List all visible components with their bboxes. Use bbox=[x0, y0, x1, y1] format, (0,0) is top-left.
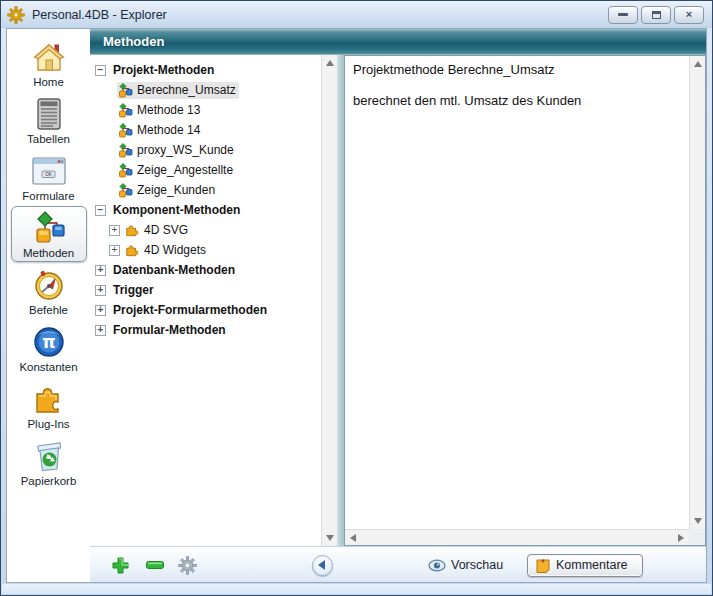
component-puzzle-icon bbox=[125, 243, 140, 258]
sidebar-item-tabellen[interactable]: Tabellen bbox=[11, 92, 87, 148]
tree-toggle-icon[interactable] bbox=[95, 265, 106, 276]
tree-group-label: Datenbank-Methoden bbox=[113, 263, 235, 277]
tree-scrollbar[interactable] bbox=[321, 55, 337, 546]
tree-group-row[interactable]: Komponent-Methoden bbox=[90, 200, 337, 220]
kommentare-label: Kommentare bbox=[556, 558, 628, 572]
component-puzzle-icon bbox=[125, 223, 140, 238]
tree-method-row[interactable]: proxy_WS_Kunde bbox=[90, 140, 337, 160]
preview-panel: Projektmethode Berechne_Umsatz berechnet… bbox=[344, 55, 706, 546]
compass-icon bbox=[33, 267, 65, 303]
tree-toggle-icon[interactable] bbox=[95, 305, 106, 316]
sidebar-item-label: Plug-Ins bbox=[27, 418, 69, 430]
method-icon bbox=[118, 103, 133, 118]
sidebar-item-label: Befehle bbox=[29, 304, 68, 316]
sidebar-item-papierkorb[interactable]: Papierkorb bbox=[11, 434, 87, 490]
flowchart-icon bbox=[31, 210, 67, 246]
tree-method-row[interactable]: Methode 13 bbox=[90, 100, 337, 120]
minimize-button[interactable] bbox=[608, 6, 638, 24]
tree-group-row[interactable]: Projekt-Formularmethoden bbox=[90, 300, 337, 320]
tree-toggle-icon[interactable] bbox=[109, 245, 120, 256]
preview-title: Projektmethode Berechne_Umsatz bbox=[353, 62, 681, 77]
preview-vertical-scrollbar[interactable] bbox=[689, 56, 705, 529]
close-icon: × bbox=[686, 9, 692, 20]
method-icon bbox=[118, 143, 133, 158]
method-icon bbox=[118, 163, 133, 178]
kommentare-button[interactable]: Kommentare bbox=[527, 547, 643, 583]
window-controls: × bbox=[608, 6, 706, 24]
tree-component-row[interactable]: 4D Widgets bbox=[90, 240, 337, 260]
vorschau-toggle[interactable]: Vorschau bbox=[428, 547, 503, 583]
sidebar-item-plugins[interactable]: Plug-Ins bbox=[11, 377, 87, 433]
options-gear-button[interactable] bbox=[178, 547, 197, 583]
form-icon: OK bbox=[32, 153, 66, 189]
sidebar-item-formulare[interactable]: OK Formulare bbox=[11, 149, 87, 205]
sidebar-item-methoden[interactable]: Methoden bbox=[11, 206, 87, 262]
method-icon bbox=[118, 123, 133, 138]
tree-toggle-icon[interactable] bbox=[95, 325, 106, 336]
add-method-button[interactable] bbox=[112, 547, 129, 583]
tree-method-label: Methode 14 bbox=[137, 123, 200, 137]
scroll-corner bbox=[689, 529, 705, 545]
method-comment-area[interactable]: Projektmethode Berechne_Umsatz berechnet… bbox=[345, 56, 689, 529]
tree-group-row[interactable]: Datenbank-Methoden bbox=[90, 260, 337, 280]
sidebar-item-label: Konstanten bbox=[19, 361, 77, 373]
minimize-icon bbox=[618, 13, 628, 16]
tree-toggle-icon[interactable] bbox=[95, 65, 106, 76]
window-bottom-strip bbox=[2, 584, 711, 594]
close-button[interactable]: × bbox=[674, 6, 704, 24]
sidebar-item-befehle[interactable]: Befehle bbox=[11, 263, 87, 319]
eye-icon bbox=[428, 559, 446, 572]
puzzle-icon bbox=[33, 381, 65, 417]
tree-method-label: Zeige_Angestellte bbox=[137, 163, 233, 177]
tree-method-row[interactable]: Methode 14 bbox=[90, 120, 337, 140]
sidebar-item-label: Papierkorb bbox=[21, 475, 77, 487]
explorer-window: Personal.4DB - Explorer × Home bbox=[0, 0, 713, 596]
arrow-left-icon bbox=[318, 560, 325, 570]
svg-text:OK: OK bbox=[45, 172, 53, 177]
method-tree: Projekt-Methoden Berechne_Umsatz bbox=[90, 55, 337, 546]
tree-toggle-icon[interactable] bbox=[95, 285, 106, 296]
svg-text:π: π bbox=[42, 332, 55, 352]
tree-group-row[interactable]: Formular-Methoden bbox=[90, 320, 337, 340]
tree-component-label: 4D SVG bbox=[144, 223, 188, 237]
scroll-down-icon[interactable] bbox=[694, 518, 702, 524]
scroll-up-icon[interactable] bbox=[326, 60, 334, 66]
method-icon bbox=[118, 83, 133, 98]
section-title: Methoden bbox=[103, 34, 164, 49]
tree-group-row[interactable]: Projekt-Methoden bbox=[90, 60, 337, 80]
tree-group-label: Projekt-Methoden bbox=[113, 63, 214, 77]
scroll-down-icon[interactable] bbox=[326, 535, 334, 541]
tree-method-row[interactable]: Berechne_Umsatz bbox=[90, 80, 337, 100]
sidebar-item-label: Methoden bbox=[23, 247, 74, 259]
tree-toggle-icon[interactable] bbox=[109, 225, 120, 236]
sidebar-item-konstanten[interactable]: π Konstanten bbox=[11, 320, 87, 376]
plus-icon bbox=[112, 557, 129, 574]
tree-method-label: Berechne_Umsatz bbox=[137, 83, 236, 97]
tree-group-label: Trigger bbox=[113, 283, 154, 297]
tree-group-row[interactable]: Trigger bbox=[90, 280, 337, 300]
window-title: Personal.4DB - Explorer bbox=[32, 8, 167, 22]
scroll-left-icon[interactable] bbox=[350, 534, 356, 542]
trash-icon bbox=[34, 438, 64, 474]
maximize-button[interactable] bbox=[641, 6, 671, 24]
preview-horizontal-scrollbar[interactable] bbox=[345, 529, 689, 545]
options-dropdown-arrow[interactable] bbox=[203, 547, 211, 583]
sidebar-item-home[interactable]: Home bbox=[11, 35, 87, 91]
tree-component-label: 4D Widgets bbox=[144, 243, 206, 257]
tree-method-row[interactable]: Zeige_Angestellte bbox=[90, 160, 337, 180]
preview-description: berechnet den mtl. Umsatz des Kunden bbox=[353, 93, 681, 108]
tree-component-row[interactable]: 4D SVG bbox=[90, 220, 337, 240]
delete-method-button[interactable] bbox=[146, 547, 164, 583]
titlebar[interactable]: Personal.4DB - Explorer × bbox=[1, 1, 712, 28]
tree-toggle-icon[interactable] bbox=[95, 205, 106, 216]
scroll-up-icon[interactable] bbox=[694, 61, 702, 67]
collapse-panel-button[interactable] bbox=[312, 547, 333, 583]
pi-icon: π bbox=[33, 324, 65, 360]
tree-method-label: proxy_WS_Kunde bbox=[137, 143, 234, 157]
maximize-icon bbox=[652, 11, 661, 19]
scroll-right-icon[interactable] bbox=[678, 534, 684, 542]
tree-method-row[interactable]: Zeige_Kunden bbox=[90, 180, 337, 200]
sidebar-item-label: Formulare bbox=[22, 190, 74, 202]
panel-splitter[interactable] bbox=[337, 55, 344, 546]
tree-method-label: Zeige_Kunden bbox=[137, 183, 215, 197]
